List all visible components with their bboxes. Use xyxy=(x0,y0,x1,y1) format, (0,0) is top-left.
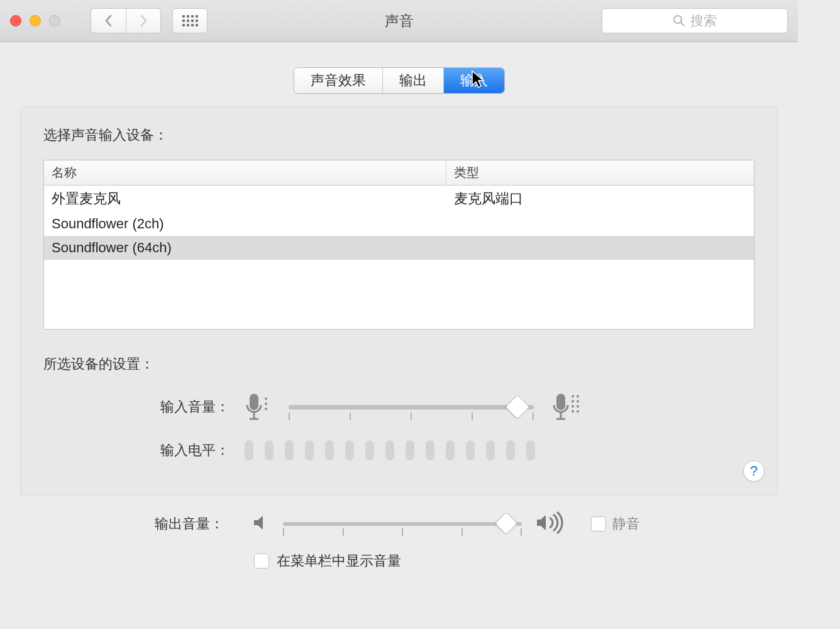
svg-point-7 xyxy=(265,408,267,410)
svg-point-15 xyxy=(577,395,579,398)
input-level-label: 输入电平： xyxy=(43,441,245,460)
svg-point-11 xyxy=(572,395,574,398)
svg-point-18 xyxy=(577,410,579,413)
device-name: 外置麦克风 xyxy=(44,186,446,212)
output-section: 输出音量： 静音 在菜单栏中显示音量 xyxy=(0,511,798,571)
level-segment xyxy=(506,440,515,460)
mute-label: 静音 xyxy=(612,515,640,533)
device-type xyxy=(446,236,754,260)
grid-icon xyxy=(182,15,198,26)
device-type xyxy=(446,212,754,236)
nav-buttons xyxy=(91,8,161,33)
level-segment xyxy=(325,440,334,460)
search-input[interactable]: 搜索 xyxy=(602,8,788,33)
level-segment xyxy=(365,440,374,460)
level-segment xyxy=(245,440,253,460)
forward-button[interactable] xyxy=(126,8,161,33)
back-button[interactable] xyxy=(91,8,126,33)
svg-line-1 xyxy=(681,23,684,26)
level-segment xyxy=(406,440,414,460)
device-table: 名称 类型 外置麦克风 麦克风端口 Soundflower (2ch) Soun… xyxy=(43,160,754,330)
level-segment xyxy=(526,440,535,460)
mute-checkbox[interactable] xyxy=(591,516,606,532)
table-row[interactable]: Soundflower (64ch) xyxy=(44,236,754,260)
level-segment xyxy=(486,440,495,460)
titlebar: 声音 搜索 xyxy=(0,0,798,42)
svg-point-12 xyxy=(572,400,574,403)
svg-point-0 xyxy=(674,16,682,23)
svg-point-13 xyxy=(572,405,574,408)
show-all-button[interactable] xyxy=(172,8,207,33)
mic-low-icon xyxy=(245,391,271,423)
search-placeholder: 搜索 xyxy=(690,12,717,30)
show-in-menubar-checkbox[interactable] xyxy=(254,554,269,569)
svg-point-6 xyxy=(265,403,267,405)
device-name: Soundflower (64ch) xyxy=(44,236,446,260)
level-segment xyxy=(385,440,394,460)
slider-ticks xyxy=(289,413,534,420)
tab-sound-effects[interactable]: 声音效果 xyxy=(294,68,383,93)
select-device-label: 选择声音输入设备： xyxy=(43,126,754,145)
main-panel: 选择声音输入设备： 名称 类型 外置麦克风 麦克风端口 Soundflower … xyxy=(20,106,778,495)
table-row[interactable]: Soundflower (2ch) xyxy=(44,212,754,236)
close-button[interactable] xyxy=(10,15,21,26)
minimize-button[interactable] xyxy=(30,15,41,26)
tab-bar: 声音效果 输出 输入 xyxy=(0,67,798,94)
input-level-row: 输入电平： xyxy=(43,440,754,460)
tab-output[interactable]: 输出 xyxy=(383,68,444,93)
speaker-high-icon xyxy=(534,511,566,537)
output-volume-row: 输出音量： 静音 xyxy=(38,511,760,537)
tab-input[interactable]: 输入 xyxy=(444,68,504,93)
svg-point-17 xyxy=(577,405,579,408)
device-name: Soundflower (2ch) xyxy=(44,212,446,236)
table-header: 名称 类型 xyxy=(44,160,754,186)
input-level-meter xyxy=(245,440,754,460)
svg-rect-2 xyxy=(250,394,258,410)
show-in-menubar-row: 在菜单栏中显示音量 xyxy=(254,552,760,571)
show-in-menubar-label: 在菜单栏中显示音量 xyxy=(277,552,401,571)
svg-point-16 xyxy=(577,400,579,403)
level-segment xyxy=(265,440,274,460)
table-blank xyxy=(44,260,754,329)
table-body: 外置麦克风 麦克风端口 Soundflower (2ch) Soundflowe… xyxy=(44,186,754,329)
chevron-right-icon xyxy=(139,14,148,27)
chevron-left-icon xyxy=(104,14,113,27)
level-segment xyxy=(426,440,434,460)
help-button[interactable]: ? xyxy=(743,460,765,482)
input-volume-slider[interactable] xyxy=(289,405,534,409)
level-segment xyxy=(466,440,475,460)
window-title: 声音 xyxy=(385,11,414,31)
level-segment xyxy=(345,440,354,460)
sound-preferences-window: 声音 搜索 声音效果 输出 输入 选择声音输入设备： 名称 类型 外置麦克风 xyxy=(0,0,798,595)
table-row[interactable]: 外置麦克风 麦克风端口 xyxy=(44,186,754,212)
segmented-control: 声音效果 输出 输入 xyxy=(294,67,505,94)
input-volume-label: 输入音量： xyxy=(43,398,245,416)
input-volume-row: 输入音量： xyxy=(43,391,754,423)
input-volume-control xyxy=(245,391,754,423)
mic-high-icon xyxy=(551,391,583,423)
settings-header: 所选设备的设置： xyxy=(43,355,754,374)
level-segment xyxy=(305,440,314,460)
column-type[interactable]: 类型 xyxy=(446,160,754,185)
zoom-button xyxy=(49,15,60,26)
svg-rect-8 xyxy=(556,394,565,410)
column-name[interactable]: 名称 xyxy=(44,160,446,185)
output-volume-label: 输出音量： xyxy=(38,515,239,533)
speaker-low-icon xyxy=(251,513,270,535)
output-volume-slider[interactable] xyxy=(283,522,522,526)
svg-point-14 xyxy=(572,410,574,413)
slider-ticks xyxy=(283,528,522,536)
traffic-lights xyxy=(10,15,60,26)
device-type: 麦克风端口 xyxy=(446,186,754,212)
level-segment xyxy=(446,440,455,460)
level-segment xyxy=(285,440,294,460)
svg-point-5 xyxy=(265,398,267,400)
search-icon xyxy=(673,14,685,27)
mute-control: 静音 xyxy=(591,515,640,533)
